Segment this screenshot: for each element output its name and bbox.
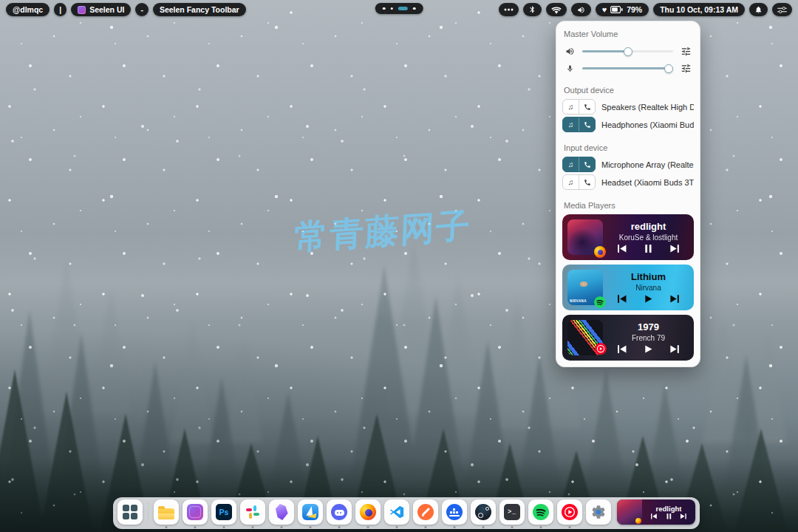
speaker-icon: [565, 47, 576, 56]
wifi-button[interactable]: [546, 3, 567, 16]
user-badge[interactable]: @dlmqc: [6, 3, 50, 16]
dock-separator: [148, 502, 149, 522]
phone-icon: [584, 103, 591, 111]
mic-volume-slider[interactable]: [582, 67, 673, 70]
bluetooth-button[interactable]: [523, 3, 542, 16]
dock-item-obsidian[interactable]: [269, 499, 294, 525]
input-device-mic-array[interactable]: ♫ Microphone Array (Realtek High Def...: [562, 157, 694, 172]
steam-icon: [475, 504, 491, 520]
call-route-button[interactable]: [579, 117, 595, 132]
dock-item-vscode[interactable]: [384, 499, 409, 525]
media-route-button[interactable]: ♫: [563, 157, 579, 171]
vscode-icon: [389, 504, 405, 520]
toolbar-title-badge[interactable]: Seelen Fancy Toolbar: [153, 3, 246, 16]
workspace-dot-4[interactable]: [413, 7, 416, 10]
quick-settings-button[interactable]: [772, 3, 792, 16]
microphone-icon: [565, 64, 576, 74]
media-route-button[interactable]: ♫: [563, 100, 579, 114]
seelen-ui-badge[interactable]: Seelen UI: [71, 3, 131, 16]
play-button[interactable]: [644, 295, 653, 303]
dock-item-file-explorer[interactable]: [154, 499, 179, 525]
notifications-button[interactable]: [749, 3, 768, 16]
workspace-switcher[interactable]: [375, 3, 423, 14]
datetime-badge[interactable]: Thu 10 Oct, 09:13 AM: [653, 3, 745, 16]
youtube-music-icon: [562, 504, 578, 520]
mic-slider-handle[interactable]: [664, 64, 673, 73]
user-label: @dlmqc: [13, 5, 43, 14]
slack-icon: [245, 504, 261, 520]
battery-badge[interactable]: ♥ 79%: [596, 3, 649, 16]
media-route-button[interactable]: ♫: [563, 117, 579, 132]
speaker-slider-handle[interactable]: [624, 47, 632, 56]
device-name: Headphones (Xiaomi Buds 3T Pro): [601, 120, 694, 129]
dock-item-steam[interactable]: [471, 499, 496, 525]
call-route-button[interactable]: [579, 175, 595, 189]
mic-mixer-button[interactable]: [680, 63, 692, 74]
dock-item-youtube-music[interactable]: [557, 499, 582, 525]
dock-item-app-launcher[interactable]: [117, 499, 143, 525]
minimize-badge[interactable]: -: [135, 3, 149, 16]
dock-item-discord[interactable]: [327, 499, 352, 525]
workspace-dot-1[interactable]: [383, 7, 386, 10]
output-device-speakers[interactable]: ♫ Speakers (Realtek High Definition A...: [562, 99, 694, 115]
dock-item-docker[interactable]: [442, 499, 467, 525]
seelen-logo-icon: [78, 6, 86, 14]
wifi-icon: [551, 6, 562, 14]
speaker-volume-slider[interactable]: [582, 50, 673, 53]
workspace-dot-2[interactable]: [390, 7, 393, 10]
volume-media-flyout: Master Volume Output device ♫: [556, 21, 700, 367]
media-player-card-lithium[interactable]: NIRVANA Lithium Nirvana: [562, 265, 694, 310]
speaker-volume-row: [562, 43, 694, 60]
play-button[interactable]: [644, 345, 653, 353]
media-route-button[interactable]: ♫: [563, 175, 579, 189]
next-button[interactable]: [669, 295, 679, 303]
pause-button[interactable]: [666, 514, 672, 519]
previous-button[interactable]: [618, 345, 627, 353]
bell-icon: [754, 5, 763, 14]
next-button[interactable]: [669, 245, 679, 253]
photoshop-label: Ps: [219, 508, 229, 516]
workspace-active-indicator[interactable]: [398, 7, 408, 10]
device-name: Microphone Array (Realtek High Def...: [601, 160, 694, 169]
battery-icon: [610, 6, 623, 13]
media-info: redlight KoruSe & lostlight: [603, 222, 694, 253]
dock-item-firefox[interactable]: [355, 499, 381, 525]
previous-button[interactable]: [618, 245, 627, 253]
dock-item-slack[interactable]: [240, 499, 265, 525]
media-player-card-1979[interactable]: 1979 French 79: [562, 315, 694, 361]
track-artist: Nirvana: [635, 284, 661, 292]
call-route-button[interactable]: [579, 157, 595, 171]
dock-media-widget[interactable]: redlight: [617, 499, 695, 525]
phone-icon: [584, 179, 591, 186]
dock-item-settings[interactable]: [586, 499, 611, 525]
previous-button[interactable]: [618, 295, 627, 303]
device-toggle-group: ♫: [562, 174, 596, 190]
music-note-icon: ♫: [568, 161, 574, 168]
dock-item-postman[interactable]: [413, 499, 438, 525]
phone-icon: [584, 161, 591, 168]
pause-button[interactable]: [644, 245, 653, 253]
dock-item-spotify[interactable]: [528, 499, 553, 525]
music-note-icon: ♫: [568, 103, 574, 111]
dock-item-terminal[interactable]: >_: [499, 499, 525, 525]
next-button[interactable]: [680, 514, 686, 519]
album-art: NIRVANA: [567, 270, 603, 305]
dock-item-photoshop[interactable]: Ps: [211, 499, 236, 525]
previous-button[interactable]: [651, 514, 658, 519]
speaker-mixer-button[interactable]: [680, 46, 692, 57]
track-title: redlight: [656, 505, 682, 513]
overflow-button[interactable]: [499, 3, 519, 16]
call-route-button[interactable]: [579, 100, 595, 114]
volume-button[interactable]: [571, 3, 591, 16]
input-device-headset[interactable]: ♫ Headset (Xiaomi Buds 3T Pro): [562, 174, 694, 190]
dock-item-spark[interactable]: [298, 499, 323, 525]
media-player-card-redlight[interactable]: redlight KoruSe & lostlight: [562, 214, 694, 260]
docker-icon: [446, 504, 463, 520]
postman-icon: [417, 504, 434, 520]
device-toggle-group: ♫: [562, 157, 596, 172]
obsidian-icon: [275, 504, 288, 520]
media-info: 1979 French 79: [603, 322, 694, 353]
output-device-headphones[interactable]: ♫ Headphones (Xiaomi Buds 3T Pro): [562, 117, 694, 132]
next-button[interactable]: [669, 345, 679, 353]
dock-item-seelen-ui[interactable]: [183, 499, 208, 525]
